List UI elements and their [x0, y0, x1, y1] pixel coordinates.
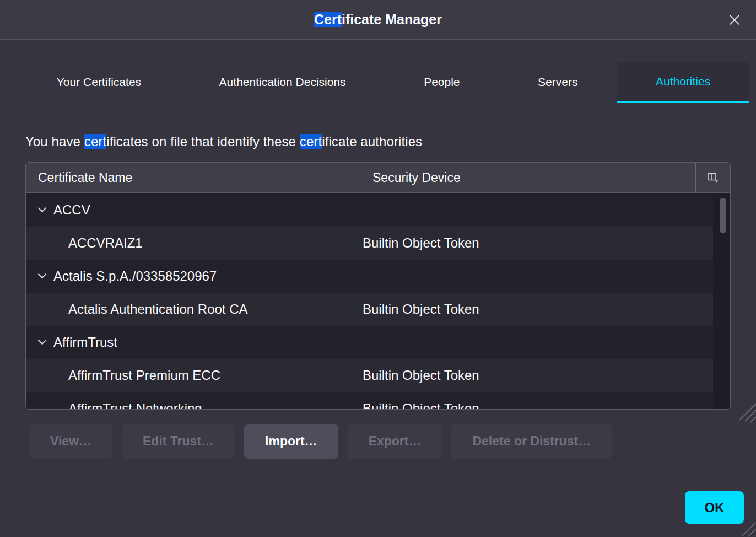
- description-find-highlight: cert: [84, 134, 106, 149]
- edit-trust-button[interactable]: Edit Trust…: [122, 424, 235, 459]
- ok-button[interactable]: OK: [685, 491, 744, 524]
- close-icon: [728, 13, 741, 26]
- tab-your-certificates[interactable]: Your Certificates: [18, 62, 180, 103]
- scrollbar-thumb[interactable]: [720, 198, 726, 233]
- group-name: ACCV: [53, 202, 90, 218]
- cell-security-device: Builtin Object Token: [360, 302, 713, 317]
- table-row[interactable]: AffirmTrust Networking Builtin Object To…: [26, 392, 713, 409]
- description-part: You have: [25, 134, 84, 149]
- cell-certificate-name: AffirmTrust Networking: [26, 401, 360, 409]
- group-name: Actalis S.p.A./03358520967: [53, 268, 217, 284]
- cell-certificate-name: AffirmTrust Premium ECC: [26, 368, 360, 383]
- export-button[interactable]: Export…: [348, 424, 442, 459]
- column-picker-button[interactable]: [696, 163, 730, 192]
- chevron-down-icon[interactable]: [38, 270, 47, 279]
- tab-authorities[interactable]: Authorities: [617, 62, 749, 103]
- cell-security-device: Builtin Object Token: [360, 401, 713, 409]
- column-header-security-device[interactable]: Security Device: [360, 163, 696, 192]
- cell-certificate-name: Actalis Authentication Root CA: [26, 302, 360, 317]
- description-find-highlight: cert: [300, 134, 322, 149]
- table-body: ACCV ACCVRAIZ1 Builtin Object Token Acta…: [26, 194, 713, 409]
- tab-people[interactable]: People: [385, 62, 499, 103]
- resize-grip-icon[interactable]: [732, 401, 756, 427]
- table-row[interactable]: Actalis Authentication Root CA Builtin O…: [26, 293, 713, 326]
- column-header-certificate-name[interactable]: Certificate Name: [26, 163, 360, 192]
- certificate-manager-dialog: { "window": { "title_highlight": "Cert",…: [0, 0, 756, 537]
- tab-authentication-decisions[interactable]: Authentication Decisions: [180, 62, 385, 103]
- cell-certificate-name: ACCVRAIZ1: [26, 235, 360, 251]
- description-text: You have certificates on file that ident…: [25, 134, 731, 149]
- group-name: AffirmTrust: [53, 335, 117, 350]
- action-button-row: View… Edit Trust… Import… Export… Delete…: [29, 424, 756, 459]
- cell-security-device: Builtin Object Token: [360, 235, 713, 251]
- table-row-group[interactable]: AffirmTrust: [26, 326, 713, 359]
- tab-servers[interactable]: Servers: [499, 62, 617, 103]
- cell-security-device: Builtin Object Token: [360, 368, 713, 383]
- title-bar: Certificate Manager: [0, 0, 756, 40]
- table-row-group[interactable]: Actalis S.p.A./03358520967: [26, 260, 713, 293]
- view-button[interactable]: View…: [29, 424, 112, 459]
- title-highlighted-text: Cert: [314, 12, 342, 27]
- table-row[interactable]: ACCVRAIZ1 Builtin Object Token: [26, 227, 713, 260]
- table-row[interactable]: AffirmTrust Premium ECC Builtin Object T…: [26, 359, 713, 392]
- chevron-down-icon[interactable]: [38, 336, 47, 345]
- table-row-group[interactable]: ACCV: [26, 194, 713, 227]
- resize-grip-corner-icon[interactable]: [737, 522, 756, 537]
- import-button[interactable]: Import…: [244, 424, 338, 459]
- certificates-table: Certificate Name Security Device ACCV AC…: [25, 162, 731, 410]
- table-header: Certificate Name Security Device: [26, 163, 730, 193]
- chevron-down-icon[interactable]: [38, 204, 47, 213]
- description-part: ificates on file that identify these: [106, 134, 300, 149]
- close-button[interactable]: [723, 8, 746, 31]
- column-picker-icon: [708, 173, 719, 183]
- tab-bar: Your Certificates Authentication Decisio…: [18, 62, 749, 103]
- page-title: Certificate Manager: [314, 12, 442, 28]
- description-part: ificate authorities: [322, 134, 422, 149]
- title-rest-text: ificate Manager: [342, 12, 442, 27]
- delete-or-distrust-button[interactable]: Delete or Distrust…: [451, 424, 612, 459]
